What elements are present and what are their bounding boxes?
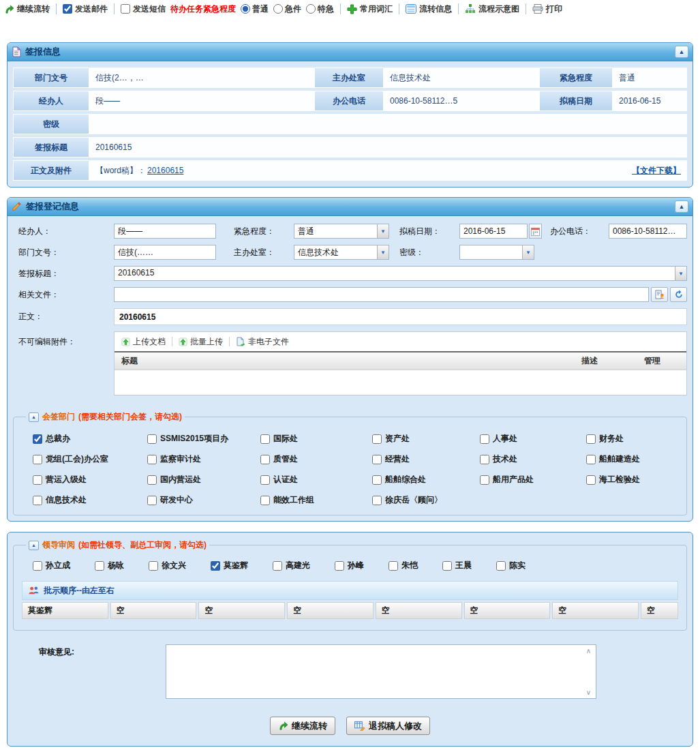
- collapse-panel-button[interactable]: [675, 46, 688, 58]
- dept-checkbox[interactable]: 国际处: [260, 433, 372, 445]
- dept-checkbox-input[interactable]: [260, 475, 270, 485]
- dept-checkbox[interactable]: 船用产品处: [480, 474, 586, 485]
- dept-checkbox[interactable]: 总裁办: [33, 433, 147, 445]
- urgency-radio-input[interactable]: [273, 4, 283, 14]
- leader-checkbox-input[interactable]: [33, 561, 42, 571]
- urgency-radio-input[interactable]: [306, 4, 316, 14]
- dept-checkbox-input[interactable]: [147, 455, 157, 464]
- dept-checkbox-input[interactable]: [372, 496, 382, 505]
- collapse-section-button[interactable]: [29, 541, 39, 550]
- word-draft-link[interactable]: 20160615: [147, 166, 183, 175]
- collapse-section-button[interactable]: [29, 412, 39, 422]
- dept-checkbox[interactable]: 营运入级处: [33, 474, 147, 485]
- dept-checkbox-input[interactable]: [586, 475, 596, 485]
- dept-checkbox[interactable]: 国内营运处: [147, 474, 260, 485]
- urgency-radio-urgent[interactable]: 急件: [273, 3, 301, 15]
- leader-checkbox[interactable]: 孙立成: [33, 560, 70, 571]
- leader-checkbox[interactable]: 朱恺: [389, 560, 418, 571]
- urgency-radio-input[interactable]: [241, 4, 250, 14]
- leader-checkbox-input[interactable]: [442, 561, 452, 571]
- dept-no-input[interactable]: [114, 245, 216, 260]
- dept-checkbox-input[interactable]: [372, 455, 382, 464]
- leader-checkbox-input[interactable]: [273, 561, 282, 571]
- send-sms-input[interactable]: [121, 4, 130, 14]
- chevron-down-icon[interactable]: [522, 245, 534, 259]
- dept-checkbox[interactable]: SSMIS2015项目办: [147, 433, 260, 445]
- leader-checkbox[interactable]: 高建光: [273, 560, 310, 571]
- non-electronic-file-button[interactable]: 非电子文件: [236, 336, 289, 348]
- leader-checkbox-input[interactable]: [149, 561, 158, 571]
- host-office-select[interactable]: 信息技术处: [294, 245, 389, 260]
- flow-info-button[interactable]: 流转信息: [406, 3, 452, 15]
- dept-checkbox[interactable]: 资产处: [372, 433, 480, 445]
- urgency-radio-extra-urgent[interactable]: 特急: [306, 3, 334, 15]
- handler-input[interactable]: [114, 224, 216, 239]
- dept-checkbox[interactable]: 研发中心: [147, 494, 260, 506]
- urgency-select[interactable]: 普通: [294, 224, 389, 239]
- dept-checkbox-input[interactable]: [260, 496, 270, 505]
- dept-checkbox-input[interactable]: [480, 434, 489, 444]
- dept-checkbox-input[interactable]: [260, 434, 270, 444]
- leader-checkbox-input[interactable]: [95, 561, 104, 571]
- collapse-panel-button[interactable]: [675, 200, 688, 213]
- dept-checkbox[interactable]: 能效工作组: [260, 494, 372, 506]
- dept-checkbox[interactable]: 船舶综合处: [372, 474, 480, 485]
- leader-checkbox-input[interactable]: [389, 561, 398, 571]
- flow-diagram-button[interactable]: 流程示意图: [465, 3, 519, 15]
- batch-upload-button[interactable]: 批量上传: [179, 336, 223, 348]
- continue-flow-button[interactable]: 继续流转: [270, 717, 335, 735]
- dept-checkbox[interactable]: 党组(工会)办公室: [33, 453, 147, 465]
- dept-checkbox-input[interactable]: [372, 434, 382, 444]
- continue-flow-button[interactable]: 继续流转: [4, 3, 50, 15]
- dept-checkbox[interactable]: 海工检验处: [586, 474, 681, 485]
- dept-checkbox[interactable]: 经营处: [372, 453, 480, 465]
- dept-checkbox[interactable]: 徐庆岳〈顾问〉: [372, 494, 480, 506]
- dept-checkbox-input[interactable]: [33, 496, 42, 505]
- leader-checkbox-input[interactable]: [496, 561, 506, 571]
- body-value[interactable]: 20160615: [114, 308, 687, 325]
- dept-checkbox-input[interactable]: [586, 434, 596, 444]
- refresh-icon[interactable]: [670, 287, 687, 302]
- dept-checkbox-input[interactable]: [33, 475, 42, 485]
- dept-checkbox[interactable]: 船舶建造处: [586, 453, 681, 465]
- upload-doc-button[interactable]: 上传文档: [121, 336, 166, 348]
- chevron-down-icon[interactable]: [377, 224, 389, 238]
- return-to-drafter-button[interactable]: 退拟稿人修改: [346, 717, 430, 735]
- dept-checkbox[interactable]: 人事处: [480, 433, 586, 445]
- dept-checkbox-input[interactable]: [33, 455, 42, 464]
- leader-checkbox[interactable]: 杨咏: [95, 560, 124, 571]
- leader-checkbox[interactable]: 孙峰: [335, 560, 364, 571]
- leader-checkbox-input[interactable]: [211, 561, 220, 571]
- send-email-checkbox[interactable]: 发送邮件: [63, 3, 108, 15]
- dept-checkbox[interactable]: 监察审计处: [147, 453, 260, 465]
- common-words-button[interactable]: 常用词汇: [347, 3, 393, 15]
- phone-input[interactable]: [609, 224, 687, 239]
- chevron-down-icon[interactable]: [675, 267, 686, 280]
- dept-checkbox-input[interactable]: [147, 475, 157, 485]
- leader-checkbox[interactable]: 王晨: [442, 560, 472, 571]
- dept-checkbox-input[interactable]: [480, 475, 489, 485]
- draft-date-input[interactable]: [459, 224, 528, 239]
- secrecy-select[interactable]: [459, 245, 534, 260]
- dept-checkbox-input[interactable]: [586, 455, 596, 464]
- dept-checkbox[interactable]: 认证处: [260, 474, 372, 485]
- dept-checkbox-input[interactable]: [260, 455, 270, 464]
- dept-checkbox[interactable]: 信息技术处: [33, 494, 147, 506]
- leader-checkbox[interactable]: 陈实: [496, 560, 526, 571]
- file-download-link[interactable]: 【文件下载】: [632, 165, 681, 177]
- chevron-down-icon[interactable]: [377, 245, 389, 259]
- leader-checkbox[interactable]: 徐文兴: [149, 560, 186, 571]
- dept-checkbox-input[interactable]: [372, 475, 382, 485]
- leader-checkbox[interactable]: 莫鉴辉: [211, 560, 248, 571]
- dept-checkbox-input[interactable]: [480, 455, 489, 464]
- select-person-icon[interactable]: [651, 287, 668, 302]
- dept-checkbox[interactable]: 财务处: [586, 433, 681, 445]
- print-button[interactable]: 打印: [532, 3, 562, 15]
- send-sms-checkbox[interactable]: 发送短信: [121, 3, 166, 15]
- send-email-input[interactable]: [63, 4, 72, 14]
- dept-checkbox[interactable]: 质管处: [260, 453, 372, 465]
- dept-checkbox-input[interactable]: [147, 434, 157, 444]
- leader-checkbox-input[interactable]: [335, 561, 344, 571]
- related-file-input[interactable]: [114, 287, 649, 302]
- calendar-icon[interactable]: [529, 224, 542, 239]
